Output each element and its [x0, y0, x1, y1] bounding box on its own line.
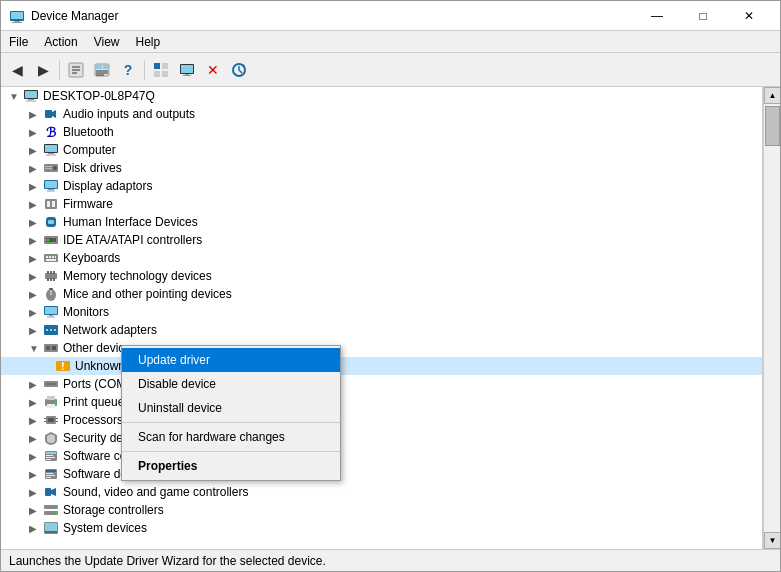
expand-system[interactable]: ▶ — [29, 523, 41, 534]
svg-point-72 — [50, 329, 52, 331]
toolbar-remove[interactable]: ✕ — [201, 58, 225, 82]
svg-rect-92 — [56, 421, 58, 422]
expand-memory[interactable]: ▶ — [29, 271, 41, 282]
expand-storage[interactable]: ▶ — [29, 505, 41, 516]
svg-rect-42 — [45, 199, 57, 209]
expand-monitors[interactable]: ▶ — [29, 307, 41, 318]
toolbar-properties[interactable] — [64, 58, 88, 82]
tree-item-network[interactable]: ▶ Network adapters — [1, 321, 762, 339]
svg-point-81 — [50, 383, 52, 385]
menu-help[interactable]: Help — [128, 33, 169, 51]
toolbar-back[interactable]: ◀ — [5, 58, 29, 82]
tree-item-security[interactable]: ▶ Security devices — [1, 429, 762, 447]
toolbar-separator-2 — [144, 60, 145, 80]
svg-rect-20 — [185, 74, 189, 75]
tree-item-ide[interactable]: ▶ IDE ATA/ATAPI controllers — [1, 231, 762, 249]
tree-item-sound[interactable]: ▶ Sound, video and game controllers — [1, 483, 762, 501]
menu-file[interactable]: File — [1, 33, 36, 51]
toolbar-scan[interactable] — [227, 58, 251, 82]
storage-icon — [43, 502, 59, 518]
tree-item-bluetooth[interactable]: ▶ ℬ Bluetooth — [1, 123, 762, 141]
expand-computer[interactable]: ▶ — [29, 145, 41, 156]
expand-sound[interactable]: ▶ — [29, 487, 41, 498]
menu-view[interactable]: View — [86, 33, 128, 51]
scroll-thumb[interactable] — [765, 106, 780, 146]
expand-software-components[interactable]: ▶ — [29, 451, 41, 462]
tree-item-mice[interactable]: ▶ Mice and other pointing devices — [1, 285, 762, 303]
scrollbar[interactable]: ▲ ▼ — [763, 87, 780, 549]
tree-item-other[interactable]: ▼ Other devices — [1, 339, 762, 357]
tree-item-unknown[interactable]: ▶ ! Unknown device — [1, 357, 762, 375]
maximize-button[interactable]: □ — [680, 1, 726, 31]
svg-point-75 — [46, 346, 50, 350]
tree-item-processors[interactable]: ▶ Processors — [1, 411, 762, 429]
expand-display[interactable]: ▶ — [29, 181, 41, 192]
ctx-properties[interactable]: Properties — [122, 454, 340, 478]
device-tree: ▼ DESKTOP-0L8P47Q ▶ — [1, 87, 763, 549]
system-icon — [43, 520, 59, 536]
svg-point-71 — [46, 329, 48, 331]
tree-item-display[interactable]: ▶ Display adaptors — [1, 177, 762, 195]
tree-item-print[interactable]: ▶ Print queues — [1, 393, 762, 411]
svg-rect-76 — [52, 346, 56, 350]
menu-action[interactable]: Action — [36, 33, 85, 51]
close-button[interactable]: ✕ — [726, 1, 772, 31]
svg-rect-59 — [53, 271, 55, 274]
expand-keyboard[interactable]: ▶ — [29, 253, 41, 264]
expand-firmware[interactable]: ▶ — [29, 199, 41, 210]
tree-item-computer[interactable]: ▶ Computer — [1, 141, 762, 159]
tree-item-hid[interactable]: ▶ Human Interface Devices — [1, 213, 762, 231]
tree-item-disk[interactable]: ▶ Disk drives — [1, 159, 762, 177]
toolbar-monitor[interactable] — [175, 58, 199, 82]
expand-software-devices[interactable]: ▶ — [29, 469, 41, 480]
expand-ide[interactable]: ▶ — [29, 235, 41, 246]
expand-root[interactable]: ▼ — [9, 91, 21, 102]
svg-point-82 — [53, 383, 55, 385]
minimize-button[interactable]: — — [634, 1, 680, 31]
expand-processors[interactable]: ▶ — [29, 415, 41, 426]
tree-item-firmware[interactable]: ▶ Firmware — [1, 195, 762, 213]
title-bar: Device Manager — □ ✕ — [1, 1, 780, 31]
scroll-up[interactable]: ▲ — [764, 87, 780, 104]
expand-network[interactable]: ▶ — [29, 325, 41, 336]
ctx-scan-hardware[interactable]: Scan for hardware changes — [122, 425, 340, 449]
tree-item-audio[interactable]: ▶ Audio inputs and outputs — [1, 105, 762, 123]
toolbar-details[interactable] — [90, 58, 114, 82]
ctx-disable-device[interactable]: Disable device — [122, 372, 340, 396]
system-label: System devices — [63, 521, 147, 535]
expand-hid[interactable]: ▶ — [29, 217, 41, 228]
tree-item-ports[interactable]: ▶ Ports (COM & LPT) — [1, 375, 762, 393]
expand-other[interactable]: ▼ — [29, 343, 41, 354]
expand-security[interactable]: ▶ — [29, 433, 41, 444]
disk-icon — [43, 160, 59, 176]
computer-icon — [23, 88, 39, 104]
toolbar-help[interactable]: ? — [116, 58, 140, 82]
expand-disk[interactable]: ▶ — [29, 163, 41, 174]
hid-label: Human Interface Devices — [63, 215, 198, 229]
tree-item-software-components[interactable]: ▶ Software components — [1, 447, 762, 465]
ctx-separator-1 — [122, 422, 340, 423]
svg-rect-69 — [47, 316, 55, 318]
ctx-uninstall-device[interactable]: Uninstall device — [122, 396, 340, 420]
expand-bluetooth[interactable]: ▶ — [29, 127, 41, 138]
tree-item-keyboard[interactable]: ▶ Keyboards — [1, 249, 762, 267]
tree-item-system[interactable]: ▶ System devices — [1, 519, 762, 537]
tree-root[interactable]: ▼ DESKTOP-0L8P47Q — [1, 87, 762, 105]
tree-item-storage[interactable]: ▶ Storage controllers — [1, 501, 762, 519]
toolbar-forward[interactable]: ▶ — [31, 58, 55, 82]
expand-print[interactable]: ▶ — [29, 397, 41, 408]
svg-rect-100 — [46, 473, 53, 474]
toolbar-view-by-type[interactable] — [149, 58, 173, 82]
svg-rect-91 — [56, 418, 58, 419]
memory-label: Memory technology devices — [63, 269, 212, 283]
tree-item-monitors[interactable]: ▶ Monitors — [1, 303, 762, 321]
tree-item-software-devices[interactable]: ▶ Software devices — [1, 465, 762, 483]
scroll-down[interactable]: ▼ — [764, 532, 780, 549]
tree-item-memory[interactable]: ▶ Memory technology devices — [1, 267, 762, 285]
sound-label: Sound, video and game controllers — [63, 485, 248, 499]
expand-mice[interactable]: ▶ — [29, 289, 41, 300]
expand-audio[interactable]: ▶ — [29, 109, 41, 120]
svg-rect-14 — [154, 63, 160, 69]
expand-ports[interactable]: ▶ — [29, 379, 41, 390]
ctx-update-driver[interactable]: Update driver — [122, 348, 340, 372]
